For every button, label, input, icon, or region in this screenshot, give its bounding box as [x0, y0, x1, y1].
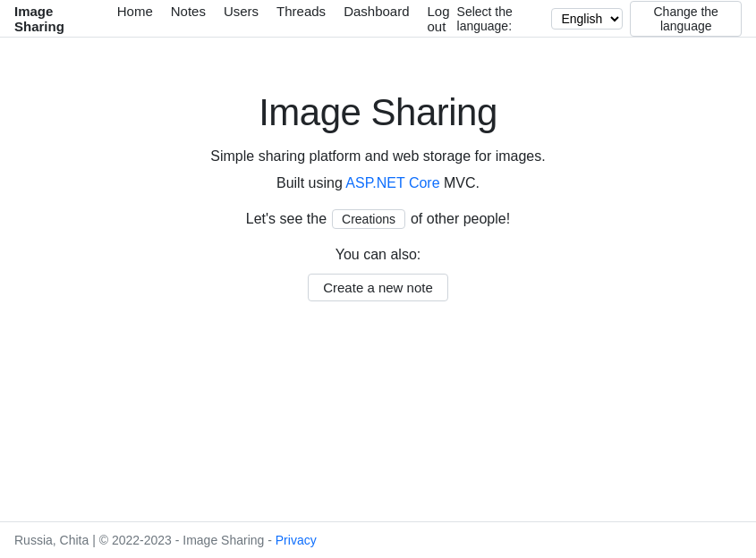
nav-link-users[interactable]: Users	[217, 0, 266, 38]
aspnet-core-link[interactable]: ASP.NET Core	[345, 175, 439, 190]
subtitle: Simple sharing platform and web storage …	[210, 148, 545, 165]
nav-link-threads[interactable]: Threads	[269, 0, 333, 38]
nav-link-home[interactable]: Home	[110, 0, 160, 38]
footer: Russia, Chita | © 2022-2023 - Image Shar…	[0, 521, 756, 558]
create-note-button[interactable]: Create a new note	[308, 274, 448, 301]
creations-suffix: of other people!	[411, 211, 510, 227]
privacy-link[interactable]: Privacy	[276, 533, 317, 547]
lang-label: Select the language:	[457, 4, 545, 33]
built-using-text: Built using ASP.NET Core MVC.	[276, 175, 480, 191]
nav-link-logout[interactable]: Log out	[420, 0, 457, 38]
nav-brand[interactable]: Image Sharing	[14, 4, 92, 34]
built-using-suffix: MVC.	[440, 175, 480, 190]
navbar: Image Sharing Home Notes Users Threads D…	[0, 0, 756, 38]
creations-line: Let's see the Creations of other people!	[246, 209, 510, 229]
language-select[interactable]: English	[551, 8, 623, 30]
nav-links: Home Notes Users Threads Dashboard Log o…	[110, 0, 457, 38]
nav-language-section: Select the language: English Change the …	[457, 1, 742, 37]
change-language-button[interactable]: Change the language	[630, 1, 742, 37]
main-content: Image Sharing Simple sharing platform an…	[0, 38, 756, 521]
built-using-prefix: Built using	[276, 175, 345, 190]
footer-text: Russia, Chita | © 2022-2023 - Image Shar…	[14, 533, 276, 547]
creations-button[interactable]: Creations	[332, 209, 405, 229]
nav-link-dashboard[interactable]: Dashboard	[336, 0, 416, 38]
page-title: Image Sharing	[259, 91, 497, 134]
you-can-also-label: You can also:	[336, 247, 420, 263]
creations-prefix: Let's see the	[246, 211, 327, 227]
nav-link-notes[interactable]: Notes	[164, 0, 213, 38]
